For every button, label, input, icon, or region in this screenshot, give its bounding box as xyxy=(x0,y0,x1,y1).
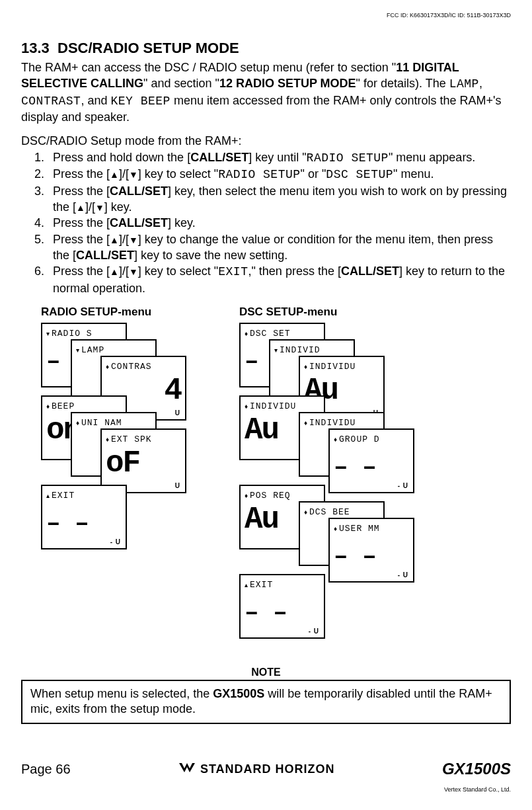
lcd-label: RADIO S xyxy=(52,329,93,339)
step-text: Press the [ xyxy=(53,184,110,198)
step-menu: RADIO SETUP xyxy=(307,151,389,165)
lcd-value: – – xyxy=(245,602,320,626)
lcd-u-mark: U xyxy=(403,571,408,579)
step-key: CALL/SET xyxy=(110,184,168,198)
dsc-setup-column: DSC SETUP-menu ♦DSC SET – – ▾INDIVID ♦IN… xyxy=(239,305,444,653)
lcd-value: – – xyxy=(46,512,122,536)
intro-text: , and xyxy=(81,94,110,107)
lcd-label: EXIT xyxy=(52,491,75,501)
step-text: ]/[ xyxy=(119,233,129,246)
intro-keybeep: KEY BEEP xyxy=(110,95,170,108)
lcd-u-mark: U xyxy=(116,538,120,546)
intro-contrast: CONTRAST xyxy=(21,95,81,108)
vertex-copyright: Vertex Standard Co., Ltd. xyxy=(444,786,511,793)
lcd-label: EXT SPK xyxy=(111,434,152,444)
note-model: GX1500S xyxy=(213,687,264,700)
lcd-label: POS REQ xyxy=(250,491,291,501)
footer-model: GX1500S xyxy=(442,760,511,778)
down-arrow-icon: ▾ xyxy=(274,346,280,354)
step-3: Press the [CALL/SET] key, then select th… xyxy=(48,183,511,216)
intro-paragraph: The RAM+ can access the DSC / RADIO setu… xyxy=(21,60,511,125)
step-text: ] key to select " xyxy=(138,167,218,181)
step-key: CALL/SET xyxy=(110,216,168,229)
lcd-exit-dsc: ▴EXIT – – - U xyxy=(239,574,325,639)
dsc-diagram-area: ♦DSC SET – – ▾INDIVID ♦INDIVIDU Au U ♦IN… xyxy=(239,323,444,653)
page-footer: Page 66 STANDARD HORIZON GX1500S xyxy=(21,760,511,778)
up-arrow-icon: ▴ xyxy=(245,581,250,588)
brand-logo-icon xyxy=(178,762,196,777)
step-2: Press the [▲]/[▼] key to select "RADIO S… xyxy=(48,166,511,182)
updown-arrow-icon: ♦ xyxy=(106,363,111,370)
step-text: " menu. xyxy=(393,167,434,181)
updown-arrow-icon: ♦ xyxy=(304,419,309,426)
up-arrow-icon: ▲ xyxy=(110,169,119,180)
step-text: ]/[ xyxy=(119,167,129,181)
lcd-value: – – xyxy=(334,456,409,480)
note-box: When setup menu is selected, the GX1500S… xyxy=(21,680,511,724)
updown-arrow-icon: ♦ xyxy=(76,419,81,426)
section-title-text: DSC/RADIO SETUP MODE xyxy=(57,40,239,56)
note-text: When setup menu is selected, the xyxy=(30,687,213,700)
radio-diagram-area: ▾RADIO S – – ▾LAMP ♦CONTRAS 4 U ♦BEEP on… xyxy=(41,323,206,561)
lcd-label: USER MM xyxy=(339,524,380,534)
up-arrow-icon: ▲ xyxy=(110,266,119,277)
down-arrow-icon: ▼ xyxy=(129,266,138,277)
updown-arrow-icon: ♦ xyxy=(334,436,339,443)
step-4: Press the [CALL/SET] key. xyxy=(48,215,511,231)
step-menu: EXIT xyxy=(218,265,248,278)
step-text: Press the [ xyxy=(53,167,110,181)
step-key: CALL/SET xyxy=(190,151,248,164)
down-arrow-icon: ▾ xyxy=(46,330,52,337)
lcd-u-mark: U xyxy=(314,628,319,635)
lcd-label: CONTRAS xyxy=(111,362,152,372)
lcd-label: EXIT xyxy=(250,580,273,590)
radio-setup-column: RADIO SETUP-menu ▾RADIO S – – ▾LAMP ♦CON… xyxy=(41,305,206,653)
step-text: ]/[ xyxy=(85,200,95,214)
step-5: Press the [▲]/[▼] key to change the valu… xyxy=(48,231,511,264)
page-number: Page 66 xyxy=(21,762,71,777)
updown-arrow-icon: ♦ xyxy=(106,436,111,443)
steps-list: Press and hold down the [CALL/SET] key u… xyxy=(21,149,511,296)
lcd-label: GROUP D xyxy=(339,434,380,444)
lcd-label: INDIVIDU xyxy=(309,362,356,372)
brand-logo-text: STANDARD HORIZON xyxy=(178,762,335,777)
step-text: ] key to select " xyxy=(138,264,218,278)
updown-arrow-icon: ♦ xyxy=(245,403,250,410)
lcd-label: INDIVIDU xyxy=(250,401,296,411)
lcd-label: INDIVID xyxy=(280,345,321,355)
lcd-u-mark: U xyxy=(175,409,180,417)
radio-setup-title: RADIO SETUP-menu xyxy=(41,305,206,319)
down-arrow-icon: ▼ xyxy=(129,169,138,180)
lcd-user-mm: ♦USER MM – – - U xyxy=(328,518,414,583)
lcd-group-d: ♦GROUP D – – - U xyxy=(328,428,414,493)
step-key: CALL/SET xyxy=(76,249,134,262)
updown-arrow-icon: ♦ xyxy=(304,508,309,516)
step-key: CALL/SET xyxy=(341,264,399,278)
step-text: ] key until " xyxy=(248,151,306,164)
intro-text: " and section " xyxy=(143,77,219,90)
step-text: Press the [ xyxy=(53,233,110,246)
intro-text: , xyxy=(479,77,482,90)
step-text: Press the [ xyxy=(53,216,110,229)
lcd-value: – – xyxy=(334,546,409,569)
note-label: NOTE xyxy=(21,667,511,678)
lcd-u-mark: U xyxy=(175,482,180,489)
lcd-label: DCS BEE xyxy=(309,507,350,517)
step-text: ] key. xyxy=(104,200,132,214)
lcd-label: INDIVIDU xyxy=(309,418,356,428)
intro-text: " for details). The xyxy=(356,77,449,90)
step-menu: DSC SETUP xyxy=(326,168,393,181)
lcd-label: LAMP xyxy=(81,345,104,355)
lcd-label: UNI NAM xyxy=(81,418,122,428)
up-arrow-icon: ▴ xyxy=(46,492,52,499)
lcd-ext-spk: ♦EXT SPK oF U xyxy=(100,428,186,493)
down-arrow-icon: ▼ xyxy=(129,235,138,245)
intro-lamp: LAMP xyxy=(449,77,479,91)
step-text: " or " xyxy=(301,167,326,181)
lcd-label: BEEP xyxy=(52,401,75,411)
step-6: Press the [▲]/[▼] key to select "EXIT," … xyxy=(48,263,511,296)
step-1: Press and hold down the [CALL/SET] key u… xyxy=(48,149,511,166)
step-text: ] key to save the new setting. xyxy=(134,249,287,262)
section-heading: 13.3 DSC/RADIO SETUP MODE xyxy=(21,40,511,57)
updown-arrow-icon: ♦ xyxy=(46,403,52,410)
